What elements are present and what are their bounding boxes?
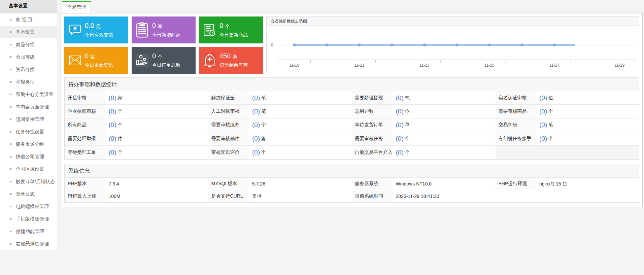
svg-text:11-25: 11-25 — [484, 63, 495, 68]
svg-text:11-19: 11-19 — [289, 63, 299, 68]
svg-text:11-23: 11-23 — [419, 63, 430, 68]
svg-text:11-29: 11-29 — [614, 63, 624, 68]
svg-text:11-27: 11-27 — [549, 63, 560, 68]
svg-text:0: 0 — [271, 43, 273, 47]
svg-text:11-21: 11-21 — [354, 63, 365, 68]
